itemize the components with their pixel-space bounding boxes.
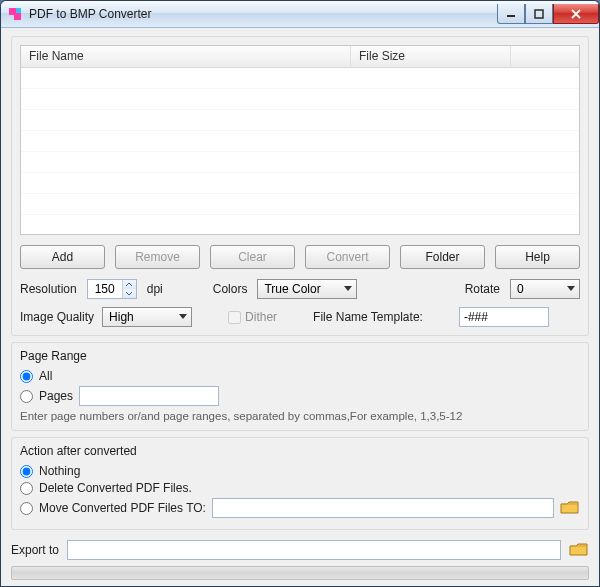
browse-export-folder-icon[interactable] <box>569 542 589 558</box>
page-range-pages-input[interactable] <box>79 386 219 406</box>
col-header-filesize[interactable]: File Size <box>351 46 511 67</box>
dpi-label: dpi <box>147 282 163 296</box>
window-title: PDF to BMP Converter <box>29 7 497 21</box>
image-quality-label: Image Quality <box>20 310 94 324</box>
colors-select-wrap: True Color <box>257 279 357 299</box>
action-move-label: Move Converted PDF Files TO: <box>39 501 206 515</box>
maximize-button[interactable] <box>525 4 553 24</box>
file-list[interactable]: File Name File Size <box>20 45 580 235</box>
settings-row-1: Resolution dpi Colors True Color Rotate … <box>20 279 580 299</box>
window-controls <box>497 4 599 24</box>
export-label: Export to <box>11 543 59 557</box>
resolution-up-icon[interactable] <box>122 280 136 289</box>
rotate-select-wrap: 0 <box>510 279 580 299</box>
page-range-hint: Enter page numbers or/and page ranges, s… <box>20 410 580 422</box>
colors-select[interactable]: True Color <box>257 279 357 299</box>
client-area: File Name File Size Add Remove Clear Con… <box>1 28 599 586</box>
resolution-down-icon[interactable] <box>122 289 136 298</box>
resolution-spinner[interactable] <box>87 279 137 299</box>
folder-button[interactable]: Folder <box>400 245 485 269</box>
app-icon <box>7 6 23 22</box>
action-legend: Action after converted <box>20 444 580 458</box>
filename-template-input[interactable] <box>459 307 549 327</box>
resolution-input[interactable] <box>88 280 122 298</box>
close-button[interactable] <box>553 4 599 24</box>
action-delete-radio[interactable] <box>20 482 33 495</box>
clear-button[interactable]: Clear <box>210 245 295 269</box>
action-group: Action after converted Nothing Delete Co… <box>11 437 589 530</box>
remove-button[interactable]: Remove <box>115 245 200 269</box>
image-quality-select[interactable]: High <box>102 307 192 327</box>
rotate-label: Rotate <box>465 282 500 296</box>
titlebar[interactable]: PDF to BMP Converter <box>1 1 599 28</box>
dither-checkbox-wrap[interactable]: Dither <box>228 310 277 324</box>
file-list-header: File Name File Size <box>21 46 579 68</box>
add-button[interactable]: Add <box>20 245 105 269</box>
action-move-path-input[interactable] <box>212 498 554 518</box>
filename-template-label: File Name Template: <box>313 310 423 324</box>
app-window: PDF to BMP Converter File Name File Size… <box>0 0 600 587</box>
col-header-extra[interactable] <box>511 46 579 67</box>
dither-checkbox[interactable] <box>228 311 241 324</box>
rotate-select[interactable]: 0 <box>510 279 580 299</box>
svg-rect-0 <box>507 15 515 17</box>
page-range-all-radio[interactable] <box>20 370 33 383</box>
file-list-body[interactable] <box>21 68 579 234</box>
convert-button[interactable]: Convert <box>305 245 390 269</box>
action-delete-label: Delete Converted PDF Files. <box>39 481 192 495</box>
page-range-all-label: All <box>39 369 52 383</box>
settings-row-2: Image Quality High Dither File Name Temp… <box>20 307 580 327</box>
action-move-radio[interactable] <box>20 502 33 515</box>
top-group: File Name File Size Add Remove Clear Con… <box>11 36 589 336</box>
help-button[interactable]: Help <box>495 245 580 269</box>
colors-label: Colors <box>213 282 248 296</box>
page-range-pages-radio[interactable] <box>20 390 33 403</box>
dither-label: Dither <box>245 310 277 324</box>
page-range-group: Page Range All Pages Enter page numbers … <box>11 342 589 431</box>
action-nothing-label: Nothing <box>39 464 80 478</box>
svg-rect-1 <box>535 10 543 18</box>
export-path-input[interactable] <box>67 540 561 560</box>
button-row: Add Remove Clear Convert Folder Help <box>20 245 580 269</box>
resolution-label: Resolution <box>20 282 77 296</box>
action-nothing-radio[interactable] <box>20 465 33 478</box>
browse-move-folder-icon[interactable] <box>560 500 580 516</box>
page-range-pages-label: Pages <box>39 389 73 403</box>
minimize-button[interactable] <box>497 4 525 24</box>
image-quality-select-wrap: High <box>102 307 192 327</box>
export-row: Export to <box>11 540 589 560</box>
progress-bar <box>11 566 589 580</box>
page-range-legend: Page Range <box>20 349 580 363</box>
col-header-filename[interactable]: File Name <box>21 46 351 67</box>
